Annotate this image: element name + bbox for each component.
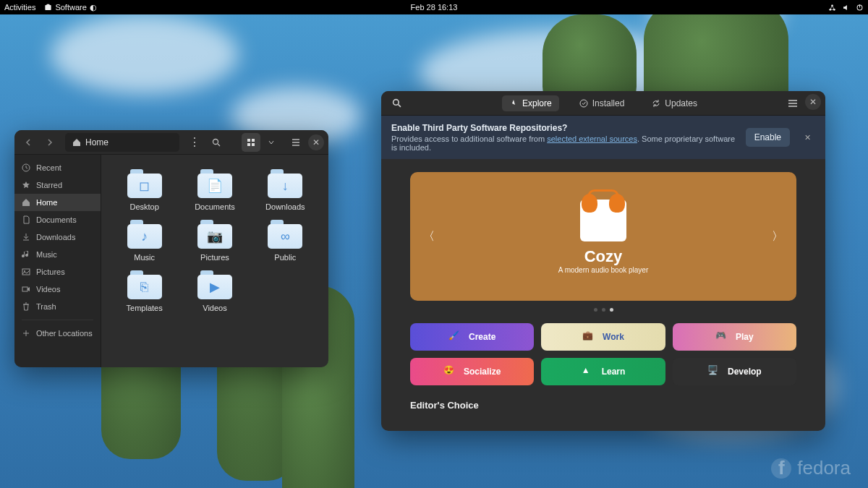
volume-icon[interactable] (842, 4, 850, 12)
svg-point-16 (393, 100, 399, 106)
back-button[interactable] (19, 133, 38, 152)
search-button[interactable] (207, 133, 226, 152)
plus-icon (22, 329, 30, 338)
compass-icon (509, 99, 518, 108)
icon-view-button[interactable] (242, 133, 260, 152)
enable-button[interactable]: Enable (746, 128, 790, 147)
folder-label: Pictures (200, 253, 229, 262)
category-develop[interactable]: 🖥️Develop (673, 358, 796, 385)
category-icon: 🖥️ (707, 365, 720, 378)
software-close-button[interactable]: ✕ (805, 94, 821, 110)
check-icon (579, 99, 588, 108)
category-grid: 🖌️Create💼Work🎮Play😍Socialize▲Learn🖥️Deve… (410, 323, 796, 385)
sidebar-item-starred[interactable]: Starred (14, 176, 101, 194)
category-icon: 🖌️ (448, 330, 461, 343)
sidebar-item-videos[interactable]: Videos (14, 281, 101, 298)
category-play[interactable]: 🎮Play (673, 323, 796, 351)
folder-videos[interactable]: ▶Videos (183, 270, 246, 312)
clock-icon (22, 163, 30, 172)
folder-documents[interactable]: 📄Documents (183, 169, 246, 211)
category-label: Play (736, 332, 754, 342)
sidebar-item-downloads[interactable]: Downloads (14, 228, 101, 246)
refresh-icon (652, 99, 660, 108)
software-hamburger-button[interactable] (783, 94, 802, 113)
featured-carousel[interactable]: 〈 〉 Cozy A modern audio book player (410, 172, 796, 301)
star-icon (22, 181, 30, 189)
banner-link[interactable]: selected external sources (547, 134, 637, 143)
editors-choice-heading: Editor's Choice (410, 400, 796, 411)
category-icon: ▲ (582, 365, 595, 378)
path-menu-button[interactable]: ⋮ (185, 133, 204, 152)
carousel-next-button[interactable]: 〉 (766, 223, 789, 250)
sidebar-item-label: Other Locations (36, 329, 93, 338)
sidebar-item-label: Recent (36, 163, 61, 172)
close-button[interactable]: ✕ (308, 134, 324, 150)
folder-label: Templates (127, 304, 163, 312)
third-party-banner: Enable Third Party Software Repositories… (381, 116, 825, 159)
nautilus-content[interactable]: ◻Desktop📄Documents↓Downloads♪Music📷Pictu… (101, 155, 328, 367)
hamburger-button[interactable] (286, 133, 305, 152)
folder-icon: ♪ (127, 220, 162, 249)
power-icon[interactable] (856, 4, 864, 12)
software-icon (44, 4, 52, 12)
folder-icon: ∞ (268, 220, 302, 249)
folder-label: Desktop (129, 202, 158, 211)
current-app-menu[interactable]: Software ◐ (44, 3, 96, 12)
svg-rect-6 (859, 4, 860, 7)
view-options-button[interactable] (262, 133, 281, 152)
sidebar-item-recent[interactable]: Recent (14, 159, 101, 176)
category-learn[interactable]: ▲Learn (541, 358, 665, 385)
svg-rect-0 (46, 5, 51, 10)
nautilus-headerbar: Home ⋮ ✕ (14, 130, 328, 155)
video-icon (22, 285, 30, 294)
folder-desktop[interactable]: ◻Desktop (113, 169, 176, 211)
folder-label: Public (274, 253, 296, 262)
sidebar-item-documents[interactable]: Documents (14, 211, 101, 228)
doc-icon (22, 215, 30, 224)
sidebar-item-home[interactable]: Home (14, 194, 101, 211)
category-work[interactable]: 💼Work (541, 323, 665, 351)
category-label: Work (603, 332, 624, 342)
category-create[interactable]: 🖌️Create (410, 323, 534, 351)
software-search-button[interactable] (387, 94, 406, 113)
folder-templates[interactable]: ⎘Templates (113, 270, 176, 312)
category-label: Learn (602, 367, 626, 377)
banner-close-button[interactable]: ✕ (800, 130, 815, 145)
nav-installed[interactable]: Installed (572, 95, 632, 111)
category-icon: 🎮 (715, 330, 728, 343)
folder-pictures[interactable]: 📷Pictures (183, 220, 246, 262)
folder-icon: ▶ (197, 270, 232, 299)
network-icon[interactable] (828, 4, 836, 12)
svg-rect-10 (247, 143, 250, 146)
sidebar-item-label: Pictures (36, 267, 65, 276)
sidebar-item-pictures[interactable]: Pictures (14, 263, 101, 281)
activities-button[interactable]: Activities (4, 3, 35, 12)
folder-downloads[interactable]: ↓Downloads (254, 169, 317, 211)
path-bar[interactable]: Home (65, 133, 179, 152)
sidebar-item-music[interactable]: Music (14, 246, 101, 263)
folder-icon: ↓ (268, 169, 302, 198)
sidebar-item-label: Downloads (36, 233, 75, 241)
folder-music[interactable]: ♪Music (113, 220, 176, 262)
forward-button[interactable] (41, 133, 59, 152)
folder-label: Videos (203, 304, 226, 312)
carousel-prev-button[interactable]: 〈 (417, 223, 441, 250)
sidebar-item-label: Trash (36, 302, 56, 311)
sidebar-item-trash[interactable]: Trash (14, 298, 101, 315)
fedora-watermark: ffedora (771, 457, 851, 479)
svg-rect-1 (47, 4, 50, 5)
nav-updates[interactable]: Updates (644, 95, 705, 111)
category-socialize[interactable]: 😍Socialize (410, 358, 534, 385)
download-icon (22, 233, 30, 241)
sidebar-item-label: Music (36, 250, 57, 259)
clock[interactable]: Feb 28 16:13 (411, 3, 458, 12)
folder-public[interactable]: ∞Public (254, 220, 317, 262)
sidebar-item-label: Documents (36, 215, 77, 224)
nav-explore[interactable]: Explore (502, 95, 559, 111)
folder-label: Documents (195, 202, 235, 211)
category-label: Create (469, 332, 495, 342)
sidebar-item-label: Home (36, 198, 57, 207)
svg-rect-8 (247, 139, 250, 142)
sidebar-item-other-locations[interactable]: Other Locations (14, 325, 101, 342)
svg-point-7 (213, 139, 218, 144)
